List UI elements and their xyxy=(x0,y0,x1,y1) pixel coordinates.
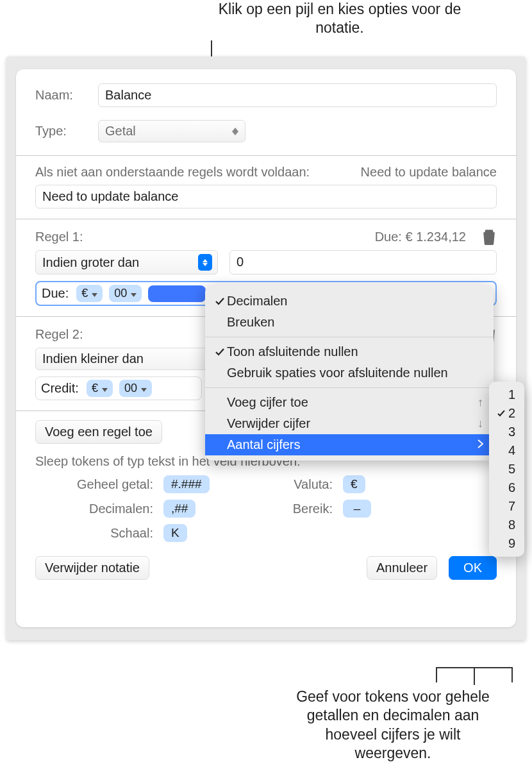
digits-option-label: 8 xyxy=(507,518,518,532)
schaal-label: Schaal: xyxy=(42,526,157,541)
digits-option-4[interactable]: 4 xyxy=(489,441,524,460)
digits-option-5[interactable]: 5 xyxy=(489,460,524,478)
rule2-prefix: Credit: xyxy=(41,381,79,396)
ok-button[interactable]: OK xyxy=(449,556,497,580)
menu-text: Aantal cijfers xyxy=(227,437,477,452)
menu-text: Verwijder cijfer xyxy=(227,416,478,431)
bereik-token[interactable]: – xyxy=(343,500,371,518)
check-icon xyxy=(213,298,227,305)
digits-option-8[interactable]: 8 xyxy=(489,516,524,534)
bereik-label: Bereik: xyxy=(247,502,337,516)
chevron-down-icon xyxy=(131,287,137,300)
digits-option-label: 7 xyxy=(507,499,518,514)
digits-option-1[interactable]: 1 xyxy=(489,385,524,404)
decimal-token[interactable]: 00 xyxy=(119,380,152,397)
menu-separator xyxy=(205,387,494,388)
digits-option-7[interactable]: 7 xyxy=(489,497,524,516)
check-icon xyxy=(213,348,227,356)
rule2-title: Regel 2: xyxy=(35,327,83,342)
menu-verwijder-cijfer[interactable]: Verwijder cijfer ↓ xyxy=(205,413,494,434)
rule1-preview: Due: € 1.234,12 xyxy=(375,230,466,244)
digits-option-label: 1 xyxy=(507,387,518,402)
window-frame: Naam: Balance Type: Getal Als niet aan o… xyxy=(6,56,526,640)
type-select[interactable]: Getal xyxy=(98,120,245,142)
rule1-condition-select[interactable]: Indien groter dan xyxy=(35,250,218,275)
menu-text: Voeg cijfer toe xyxy=(227,395,478,410)
separator xyxy=(16,155,516,156)
rule1-value-field[interactable]: 0 xyxy=(229,250,497,275)
currency-token[interactable]: € xyxy=(87,380,113,397)
rule1-condition: Indien groter dan xyxy=(42,255,139,270)
chevron-updown-icon xyxy=(198,254,212,271)
digits-option-9[interactable]: 9 xyxy=(489,534,524,553)
chevron-down-icon xyxy=(92,287,97,300)
menu-spaties-nullen[interactable]: Gebruik spaties voor afsluitende nullen xyxy=(205,362,494,384)
delete-format-button[interactable]: Verwijder notatie xyxy=(35,556,149,580)
arrow-down-icon: ↓ xyxy=(478,417,483,430)
menu-toon-nullen[interactable]: Toon afsluitende nullen xyxy=(205,341,494,362)
geheel-token[interactable]: #.### xyxy=(163,475,210,493)
decimal-token[interactable]: 00 xyxy=(109,285,142,302)
rule2-condition-select[interactable]: Indien kleiner dan xyxy=(35,348,218,370)
digits-submenu: 123456789 xyxy=(489,382,524,557)
digits-option-label: 5 xyxy=(507,462,518,477)
token-text: 00 xyxy=(114,287,127,300)
callout-leader-stem xyxy=(474,667,475,685)
digits-option-3[interactable]: 3 xyxy=(489,423,524,441)
rule1-title: Regel 1: xyxy=(35,230,83,244)
selected-token[interactable] xyxy=(148,285,206,302)
digits-option-label: 4 xyxy=(507,443,518,458)
add-rule-button[interactable]: Voeg een regel toe xyxy=(35,420,162,444)
digits-option-label: 3 xyxy=(507,425,518,439)
fallback-label: Als niet aan onderstaande regels wordt v… xyxy=(35,165,310,180)
menu-text: Breuken xyxy=(227,315,483,330)
callout-bottom: Geef voor tokens voor gehele getallen en… xyxy=(287,688,499,763)
menu-aantal-cijfers[interactable]: Aantal cijfers xyxy=(205,434,494,455)
trash-icon[interactable] xyxy=(481,228,497,245)
digits-option-label: 2 xyxy=(507,406,518,421)
rule2-condition: Indien kleiner dan xyxy=(42,351,144,366)
menu-voeg-cijfer[interactable]: Voeg cijfer toe ↑ xyxy=(205,392,494,413)
name-label: Naam: xyxy=(35,88,87,103)
cancel-button[interactable]: Annuleer xyxy=(367,556,437,580)
currency-token[interactable]: € xyxy=(76,285,103,302)
chevron-down-icon xyxy=(102,382,108,395)
digits-option-6[interactable]: 6 xyxy=(489,478,524,497)
menu-decimalen[interactable]: Decimalen xyxy=(205,291,494,312)
token-text: 00 xyxy=(124,382,137,395)
menu-text: Gebruik spaties voor afsluitende nullen xyxy=(227,366,483,380)
menu-text: Toon afsluitende nullen xyxy=(227,344,483,359)
token-text: € xyxy=(92,382,98,395)
decimalen-token[interactable]: ,## xyxy=(163,500,195,518)
valuta-token[interactable]: € xyxy=(343,475,365,493)
type-value: Getal xyxy=(105,124,136,139)
token-context-menu: Decimalen Breuken Toon afsluitende nulle… xyxy=(205,285,494,461)
menu-separator xyxy=(205,337,494,337)
geheel-label: Geheel getal: xyxy=(42,477,157,492)
type-label: Type: xyxy=(35,124,87,139)
rule2-token-row[interactable]: Credit: € 00 xyxy=(35,376,202,400)
fallback-preview: Need to update balance xyxy=(361,165,497,180)
digits-option-label: 6 xyxy=(507,480,518,495)
token-text: € xyxy=(81,287,88,300)
decimalen-label: Decimalen: xyxy=(42,502,157,516)
valuta-label: Valuta: xyxy=(247,477,337,492)
separator xyxy=(16,219,516,219)
check-icon xyxy=(495,410,507,417)
fallback-field[interactable]: Need to update balance xyxy=(35,185,497,208)
menu-text: Decimalen xyxy=(227,294,483,309)
chevron-down-icon xyxy=(141,382,147,395)
callout-top: Klik op een pijl en kies opties voor de … xyxy=(215,0,465,37)
digits-option-2[interactable]: 2 xyxy=(489,404,524,423)
menu-breuken[interactable]: Breuken xyxy=(205,312,494,333)
chevron-right-icon xyxy=(477,438,483,452)
digits-option-label: 9 xyxy=(507,536,518,551)
schaal-token[interactable]: K xyxy=(163,524,187,542)
arrow-up-icon: ↑ xyxy=(478,396,483,409)
name-field[interactable]: Balance xyxy=(98,83,497,107)
chevron-updown-icon xyxy=(232,128,238,135)
tokens-grid: Geheel getal: #.### Valuta: € Decimalen:… xyxy=(42,475,497,542)
rule1-prefix: Due: xyxy=(42,286,69,301)
